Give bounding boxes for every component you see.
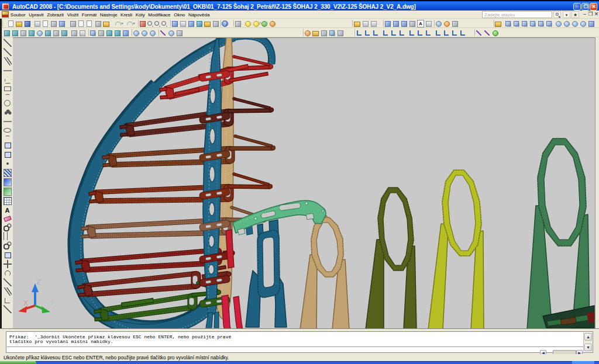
svg-text:X: X xyxy=(23,299,28,307)
svg-text:Y: Y xyxy=(50,299,54,307)
svg-text:Z: Z xyxy=(36,278,41,286)
